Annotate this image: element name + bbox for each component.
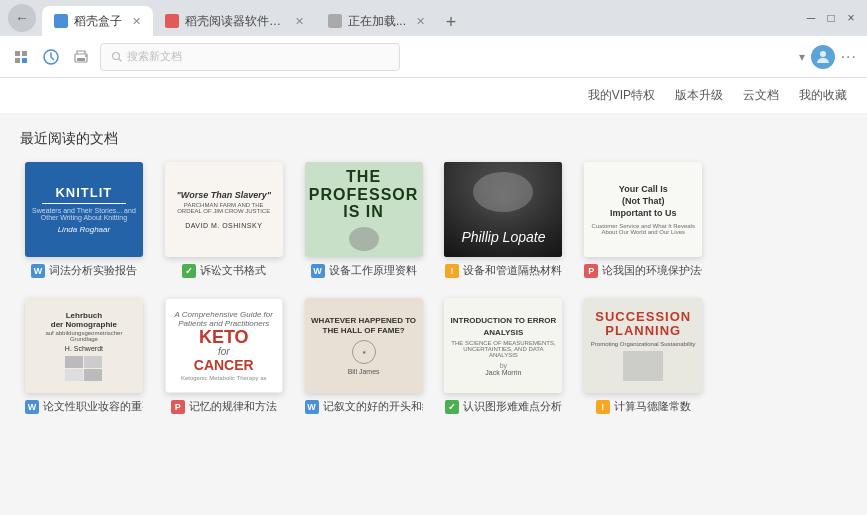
search-placeholder: 搜索新文档 xyxy=(127,49,182,64)
cover-title: THEPROFESSORIS IN xyxy=(309,168,418,221)
book-label: ! 计算马德隆常数 xyxy=(596,399,691,414)
svg-rect-0 xyxy=(12,48,30,66)
book-cover: "Worse Than Slavery" PARCHMAN FARM AND T… xyxy=(165,162,283,257)
doc-icon: ✓ xyxy=(182,264,196,278)
book-label-text: 论文性职业妆容的重要性 xyxy=(43,399,143,414)
book-cover: SUCCESSIONPLANNING Promoting Organizatio… xyxy=(584,298,702,393)
cover-author: H. Schwerdt xyxy=(65,345,103,352)
cover-subtitle: auf abbildungsgeometrischerGrundlage xyxy=(45,330,122,342)
window-controls: ─ □ × xyxy=(803,10,859,26)
nav-cloud[interactable]: 云文档 xyxy=(743,87,779,104)
tab-2-label: 稻壳阅读器软件特色 xyxy=(185,13,285,30)
doc-icon: W xyxy=(305,400,319,414)
book-label-text: 设备工作原理资料 xyxy=(329,263,417,278)
tab-3-icon xyxy=(328,14,342,28)
list-item[interactable]: KNITLIT Sweaters and Their Stories... an… xyxy=(20,162,148,278)
cover-grid xyxy=(65,356,102,381)
nav-upgrade[interactable]: 版本升级 xyxy=(675,87,723,104)
list-item[interactable]: Your Call Is(Not That)Important to Us Cu… xyxy=(579,162,707,278)
nav-vip[interactable]: 我的VIP特权 xyxy=(588,87,655,104)
cover-subtitle: Ketogenic Metabolic Therapy as xyxy=(181,375,267,381)
book-cover: THEPROFESSORIS IN xyxy=(305,162,423,257)
book-cover: WHATEVER HAPPENED TO THE HALL OF FAME? ★… xyxy=(305,298,423,393)
book-label: W 词法分析实验报告 xyxy=(31,263,137,278)
cover-guide-text: A Comprehensive Guide for Patients and P… xyxy=(172,310,276,328)
book-cover: INTRODUCTION TO ERROR ANALYSIS THE SCIEN… xyxy=(444,298,562,393)
list-item[interactable]: Phillip Lopate ! 设备和管道隔热材料 xyxy=(440,162,568,278)
main-content: 最近阅读的文档 KNITLIT Sweaters and Their Stori… xyxy=(0,114,867,515)
svg-point-6 xyxy=(113,52,120,59)
cover-glasses xyxy=(473,172,533,212)
book-label: W 论文性职业妆容的重要性 xyxy=(25,399,143,414)
minimize-button[interactable]: ─ xyxy=(803,10,819,26)
book-cover: Your Call Is(Not That)Important to Us Cu… xyxy=(584,162,702,257)
book-label-text: 记忆的规律和方法 xyxy=(189,399,277,414)
cover-subtitle: Sweaters and Their Stories... and Other … xyxy=(31,207,137,221)
doc-icon: W xyxy=(311,264,325,278)
recent-icon[interactable] xyxy=(40,46,62,68)
cover-title: KNITLIT xyxy=(55,185,112,200)
book-label: ✓ 认识图形难难点分析 xyxy=(445,399,562,414)
tab-3-close[interactable]: ✕ xyxy=(416,15,425,28)
list-item[interactable]: INTRODUCTION TO ERROR ANALYSIS THE SCIEN… xyxy=(440,298,568,414)
list-item[interactable]: SUCCESSIONPLANNING Promoting Organizatio… xyxy=(579,298,707,414)
cover-title: SUCCESSIONPLANNING xyxy=(595,310,691,339)
book-label-text: 计算马德隆常数 xyxy=(614,399,691,414)
close-button[interactable]: × xyxy=(843,10,859,26)
nav-bar: 我的VIP特权 版本升级 云文档 我的收藏 xyxy=(0,78,867,114)
cover-for: for xyxy=(218,346,230,357)
tab-1[interactable]: 稻壳盒子 ✕ xyxy=(42,6,153,36)
book-cover: A Comprehensive Guide for Patients and P… xyxy=(165,298,283,393)
book-label-text: 诉讼文书格式 xyxy=(200,263,266,278)
list-item[interactable]: A Comprehensive Guide for Patients and P… xyxy=(160,298,288,414)
book-label-text: 记叙文的好的开头和结尾 xyxy=(323,399,423,414)
cover-title: Your Call Is(Not That)Important to Us xyxy=(610,184,677,219)
list-item[interactable]: Lehrbuchder Nomographie auf abbildungsge… xyxy=(20,298,148,414)
nav-collect[interactable]: 我的收藏 xyxy=(799,87,847,104)
list-item[interactable]: THEPROFESSORIS IN W 设备工作原理资料 xyxy=(300,162,428,278)
cover-subtitle: THE SCIENCE OF MEASUREMENTS, UNCERTAINTI… xyxy=(450,340,556,358)
cover-author: Jack Morrin xyxy=(485,369,521,376)
tab-2[interactable]: 稻壳阅读器软件特色 ✕ xyxy=(153,6,316,36)
dropdown-arrow[interactable]: ▾ xyxy=(799,50,805,64)
tab-2-close[interactable]: ✕ xyxy=(295,15,304,28)
cover-seal: ★ xyxy=(352,340,376,364)
cover-subtitle: Customer Service and What It Reveals Abo… xyxy=(590,223,696,235)
list-item[interactable]: WHATEVER HAPPENED TO THE HALL OF FAME? ★… xyxy=(300,298,428,414)
back-button[interactable]: ← xyxy=(8,4,36,32)
list-item[interactable]: "Worse Than Slavery" PARCHMAN FARM AND T… xyxy=(160,162,288,278)
book-label-text: 论我国的环境保护法体系 xyxy=(602,263,702,278)
book-grid-row1: KNITLIT Sweaters and Their Stories... an… xyxy=(20,162,847,278)
book-label-text: 设备和管道隔热材料 xyxy=(463,263,562,278)
tab-1-icon xyxy=(54,14,68,28)
cover-by: by xyxy=(500,362,507,369)
tab-3[interactable]: 正在加载... ✕ xyxy=(316,6,437,36)
cover-cancer: CANCER xyxy=(194,357,254,373)
cover-author: Phillip Lopate xyxy=(444,229,562,245)
svg-rect-1 xyxy=(22,58,27,63)
print-icon[interactable] xyxy=(70,46,92,68)
book-label: W 记叙文的好的开头和结尾 xyxy=(305,399,423,414)
book-grid-row2: Lehrbuchder Nomographie auf abbildungsge… xyxy=(20,298,847,414)
book-cover: Lehrbuchder Nomographie auf abbildungsge… xyxy=(25,298,143,393)
pdf-icon: P xyxy=(584,264,598,278)
doc-icon: ✓ xyxy=(445,400,459,414)
doc-icon: W xyxy=(25,400,39,414)
home-icon[interactable] xyxy=(10,46,32,68)
svg-rect-4 xyxy=(77,58,85,61)
doc-icon: ! xyxy=(596,400,610,414)
tab-1-close[interactable]: ✕ xyxy=(132,15,141,28)
browser-chrome: ← 稻壳盒子 ✕ 稻壳阅读器软件特色 ✕ 正在加载... ✕ + ─ □ × xyxy=(0,0,867,36)
section-title: 最近阅读的文档 xyxy=(20,130,847,148)
cover-author: DAVID M. OSHINSKY xyxy=(185,222,262,229)
more-button[interactable]: ··· xyxy=(841,48,857,66)
doc-icon: W xyxy=(31,264,45,278)
avatar[interactable] xyxy=(811,45,835,69)
cover-image xyxy=(623,351,663,381)
tab-1-label: 稻壳盒子 xyxy=(74,13,122,30)
new-tab-button[interactable]: + xyxy=(437,8,465,36)
cover-keto: KETO xyxy=(199,328,249,346)
book-label: P 论我国的环境保护法体系 xyxy=(584,263,702,278)
search-box[interactable]: 搜索新文档 xyxy=(100,43,400,71)
maximize-button[interactable]: □ xyxy=(823,10,839,26)
